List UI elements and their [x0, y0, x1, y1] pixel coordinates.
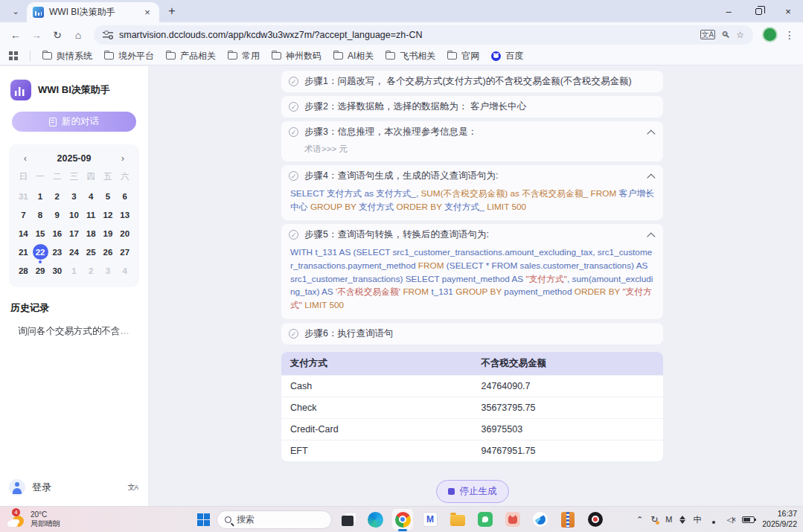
calendar-day[interactable]: 27 — [116, 243, 133, 261]
calendar-day[interactable]: 16 — [48, 224, 65, 243]
calendar-day[interactable]: 9 — [48, 205, 65, 224]
weather-widget[interactable]: 4 20°C 局部晴朗 — [0, 510, 60, 529]
calendar-day[interactable]: 25 — [83, 243, 100, 261]
collapse-chevron-icon[interactable] — [647, 232, 655, 240]
address-bar[interactable]: smartvision.dcclouds.com/app/kcdw3u3wxz7… — [94, 25, 753, 45]
calendar-day[interactable]: 6 — [116, 187, 133, 205]
calendar-prev-icon[interactable]: ‹ — [19, 153, 31, 164]
taskbar-clock[interactable]: 16:37 2025/9/22 — [762, 509, 797, 529]
reload-button[interactable]: ↻ — [48, 25, 67, 45]
calendar-day[interactable]: 14 — [15, 224, 32, 243]
volume-muted-icon[interactable]: ◁× — [726, 515, 735, 525]
folder-icon — [42, 52, 52, 60]
zoom-search-icon[interactable]: 🔍︎ — [721, 30, 730, 40]
login-button[interactable]: 登录 — [9, 479, 51, 496]
browser-menu-icon[interactable]: ⋮ — [782, 29, 797, 41]
calendar-day[interactable]: 13 — [116, 205, 133, 224]
sync-icon[interactable]: ↻ — [650, 514, 658, 525]
bookmark-star-icon[interactable]: ☆ — [736, 30, 744, 40]
calendar-day[interactable]: 10 — [65, 205, 83, 224]
calendar-day[interactable]: 12 — [100, 205, 117, 224]
calendar-day[interactable]: 19 — [100, 224, 117, 243]
new-chat-button[interactable]: 新的对话 — [12, 112, 136, 132]
bookmark-label: 飞书相关 — [400, 50, 435, 63]
calendar-day[interactable]: 11 — [83, 205, 100, 224]
calendar-day[interactable]: 7 — [15, 205, 32, 224]
calendar-day[interactable]: 17 — [65, 224, 83, 243]
collapse-chevron-icon[interactable] — [647, 129, 655, 138]
sql-query: SELECT 支付方式 as 支付方式_, SUM(不含税交易金额) as 不含… — [290, 188, 654, 214]
calendar-day[interactable]: 5 — [100, 187, 117, 205]
site-info-icon[interactable] — [103, 31, 113, 39]
calendar-day[interactable]: 4 — [116, 261, 133, 280]
calendar-day[interactable]: 3 — [100, 261, 117, 280]
calendar-day[interactable]: 23 — [48, 243, 65, 261]
close-button[interactable]: × — [773, 0, 803, 22]
calendar-day-selected[interactable]: 22 — [32, 243, 49, 261]
calendar-day[interactable]: 24 — [65, 243, 83, 261]
stop-generation-button[interactable]: 停止生成 — [436, 480, 509, 503]
profile-avatar[interactable] — [762, 27, 778, 42]
calendar-day[interactable]: 26 — [100, 243, 117, 261]
history-item[interactable]: 询问各个交易方式的不含税金额 — [10, 325, 138, 338]
bookmark-item[interactable]: 百度 — [491, 50, 523, 63]
language-icon[interactable]: 文A — [127, 482, 138, 493]
bookmark-item[interactable]: 产品相关 — [166, 50, 216, 63]
tab-close-icon[interactable]: × — [141, 7, 153, 18]
table-cell: 36975503 — [473, 419, 664, 440]
calendar-day[interactable]: 31 — [15, 187, 32, 205]
calendar-day[interactable]: 2 — [83, 261, 100, 280]
ime-indicator[interactable]: 中 — [693, 514, 701, 525]
minimize-button[interactable]: – — [714, 0, 743, 22]
forward-button[interactable]: → — [27, 25, 46, 45]
step-card-2: ✓ 步骤2：选择数据舱，选择的数据舱为： 客户增长中心 — [281, 96, 663, 118]
bookmark-item[interactable]: 境外平台 — [104, 50, 154, 63]
calendar-day[interactable]: 2 — [48, 187, 65, 205]
wifi-icon[interactable] — [708, 516, 719, 524]
file-explorer-icon[interactable] — [447, 509, 468, 530]
bookmark-item[interactable]: 舆情系统 — [42, 50, 92, 63]
bookmark-item[interactable]: 常用 — [228, 50, 260, 63]
calendar-day[interactable]: 18 — [83, 224, 100, 243]
edge-icon[interactable] — [365, 509, 385, 530]
calendar-day[interactable]: 4 — [83, 187, 100, 205]
bookmark-item[interactable]: AI相关 — [333, 50, 374, 63]
dev-app-icon[interactable] — [530, 509, 551, 530]
windows-start-icon[interactable] — [197, 513, 210, 526]
calendar-day[interactable]: 1 — [65, 261, 83, 280]
calendar-day[interactable]: 29 — [32, 261, 49, 280]
archive-app-icon[interactable] — [557, 509, 578, 530]
calendar-next-icon[interactable]: › — [117, 153, 129, 164]
taskbar-search[interactable]: 搜索 — [217, 510, 332, 529]
apps-grid-icon[interactable] — [9, 51, 18, 60]
calendar-day[interactable]: 15 — [32, 224, 49, 243]
cat-app-icon[interactable] — [502, 509, 523, 530]
calendar-day[interactable]: 3 — [65, 187, 83, 205]
notes-app-icon[interactable] — [475, 509, 496, 530]
bookmark-item[interactable]: 飞书相关 — [385, 50, 435, 63]
tray-m-icon[interactable]: M — [665, 515, 672, 524]
chrome-icon[interactable] — [392, 509, 413, 530]
collapse-chevron-icon[interactable] — [647, 173, 655, 182]
calendar-day[interactable]: 28 — [15, 261, 32, 280]
tab-search-button[interactable]: ⌄ — [6, 1, 25, 21]
calendar-day[interactable]: 21 — [15, 243, 32, 261]
calendar-day[interactable]: 30 — [48, 261, 65, 280]
tray-expand-icon[interactable]: ⌃ — [636, 515, 643, 525]
back-button[interactable]: ← — [6, 25, 25, 45]
recorder-app-icon[interactable] — [585, 509, 606, 530]
task-view-icon[interactable] — [337, 509, 358, 530]
network-activity-icon[interactable] — [679, 516, 685, 524]
translate-icon[interactable]: 文A — [700, 30, 716, 39]
calendar-day[interactable]: 1 — [32, 187, 49, 205]
home-button[interactable]: ⌂ — [68, 25, 88, 45]
maximize-button[interactable] — [743, 0, 773, 22]
bookmark-item[interactable]: 官网 — [447, 50, 479, 63]
marktext-icon[interactable]: M — [420, 509, 441, 530]
bookmark-item[interactable]: 神州数码 — [272, 50, 321, 63]
calendar-day[interactable]: 8 — [32, 205, 49, 224]
calendar-day[interactable]: 20 — [116, 224, 133, 243]
new-tab-button[interactable]: + — [162, 1, 182, 21]
browser-tab[interactable]: WWI BI决策助手 × — [27, 2, 159, 22]
battery-icon[interactable] — [742, 516, 755, 523]
